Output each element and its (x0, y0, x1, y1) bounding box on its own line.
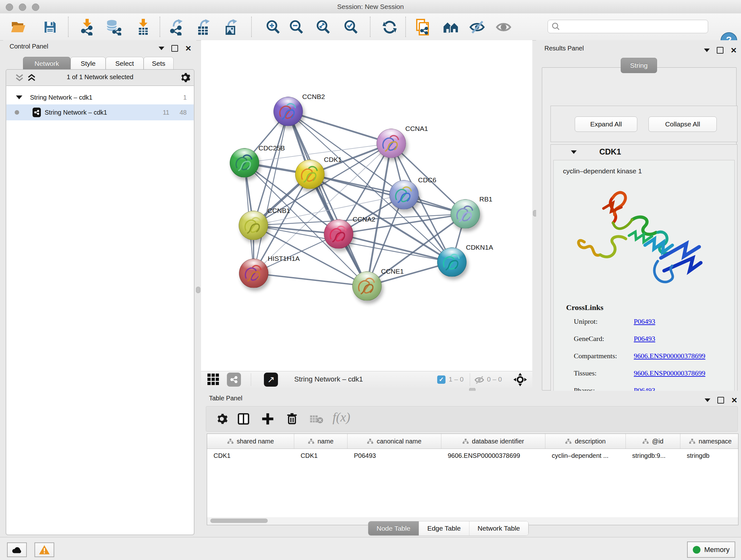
export-image-button[interactable] (223, 19, 239, 35)
network-node-ccnb1[interactable] (239, 211, 268, 240)
float-panel-icon[interactable] (158, 47, 164, 50)
tab-select[interactable]: Select (106, 57, 144, 70)
close-panel-icon[interactable]: ✕ (731, 48, 737, 53)
network-canvas[interactable]: CCNB2CCNA1CDC25BCDK1CDC6RB1CCNB1CCNA2CDK… (201, 40, 532, 371)
network-node-ccna1[interactable] (377, 129, 406, 158)
scrollbar-thumb[interactable] (210, 518, 268, 523)
protein-ribbon-thumbnail-icon (274, 97, 302, 126)
network-node-hist1h1a[interactable] (239, 259, 268, 288)
maximize-panel-icon[interactable] (717, 47, 724, 54)
column-header-sharedname[interactable]: shared name (207, 434, 294, 449)
refresh-button[interactable] (382, 19, 398, 35)
zoom-in-icon (266, 19, 281, 35)
table-cell[interactable]: stringdb (680, 452, 738, 459)
tab-edge-table[interactable]: Edge Table (419, 521, 469, 536)
network-node-ccna2[interactable] (324, 219, 353, 249)
search-input[interactable] (561, 23, 699, 30)
network-collection-row[interactable]: String Network – cdk1 1 (6, 90, 194, 105)
crosslink-link[interactable]: 9606.ENSP00000378699 (634, 352, 705, 360)
zoom-fit-button[interactable] (315, 19, 331, 35)
warning-button[interactable] (35, 543, 54, 557)
network-edge-hist1h1a-ccne1[interactable] (254, 273, 367, 286)
cloud-button[interactable] (7, 543, 27, 557)
network-edge-ccnb2-ccne1[interactable] (288, 111, 367, 286)
import-network-button[interactable] (79, 19, 95, 35)
table-gear-icon[interactable] (216, 413, 228, 425)
entry-expand-arrow-icon[interactable] (571, 150, 577, 154)
crosslink-link[interactable]: P06493 (634, 317, 655, 326)
tab-node-table[interactable]: Node Table (368, 521, 419, 536)
export-table-button[interactable] (195, 19, 211, 35)
tab-network-table[interactable]: Network Table (469, 521, 529, 536)
table-cell[interactable]: 9606.ENSP00000378699 (441, 452, 545, 459)
open-file-button[interactable] (10, 19, 26, 35)
network-node-cdkn1a[interactable] (437, 247, 467, 277)
network-edge-cdk1-rb1[interactable] (310, 174, 465, 214)
crosslink-link[interactable]: P06493 (634, 334, 655, 343)
zoom-in-button[interactable] (265, 19, 281, 35)
import-table-button[interactable] (135, 19, 151, 35)
close-panel-icon[interactable]: ✕ (185, 46, 192, 51)
float-panel-icon[interactable] (704, 398, 711, 402)
zoom-selected-button[interactable] (343, 19, 359, 35)
protein-entry-header[interactable]: CDK1 (551, 145, 737, 160)
delete-trash-icon[interactable] (285, 412, 299, 425)
add-column-icon[interactable] (237, 412, 250, 426)
column-header-canonicalname[interactable]: canonical name (347, 434, 441, 449)
clipboard-network-button[interactable] (414, 19, 430, 35)
network-node-rb1[interactable] (451, 199, 480, 229)
left-splitter-handle[interactable] (196, 287, 200, 293)
expand-all-button[interactable]: Expand All (575, 117, 637, 132)
network-node-cdk1[interactable] (295, 160, 325, 189)
hide-selected-button[interactable] (469, 19, 485, 35)
network-edge-ccnb2-ccna1[interactable] (288, 111, 391, 143)
tab-string[interactable]: String (621, 58, 657, 73)
network-node-ccnb2[interactable] (273, 97, 303, 126)
table-cell[interactable]: CDK1 (294, 452, 347, 459)
table-cell[interactable]: P06493 (347, 452, 441, 459)
first-neighbors-button[interactable] (443, 19, 459, 35)
gear-icon[interactable] (180, 72, 191, 83)
network-status-dot-icon (15, 110, 19, 115)
import-network-from-database-button[interactable] (105, 19, 121, 35)
export-network-button[interactable] (168, 19, 184, 35)
maximize-window-button[interactable] (32, 3, 39, 11)
hidden-eye-slash-icon[interactable] (474, 375, 485, 385)
tab-style[interactable]: Style (71, 57, 106, 70)
column-header-databaseidentifier[interactable]: database identifier (441, 434, 545, 449)
column-header-name[interactable]: name (294, 434, 347, 449)
network-node-cdc6[interactable] (389, 180, 419, 209)
float-panel-icon[interactable] (704, 49, 710, 52)
selected-checkbox-icon[interactable]: ✓ (437, 375, 446, 384)
tab-network[interactable]: Network (23, 57, 71, 70)
zoom-out-button[interactable] (288, 19, 305, 35)
fit-selection-crosshair-icon[interactable] (513, 373, 527, 387)
close-panel-icon[interactable]: ✕ (731, 397, 738, 403)
column-header-namespace[interactable]: namespace (680, 434, 738, 449)
network-node-cdc25b[interactable] (230, 148, 259, 178)
column-header-id[interactable]: @id (626, 434, 680, 449)
maximize-panel-icon[interactable] (718, 397, 724, 403)
node-label-ccna2: CCNA2 (353, 215, 375, 223)
network-row-selected[interactable]: String Network – cdk1 11 48 (6, 105, 194, 120)
string-view-badge-icon[interactable] (227, 373, 241, 387)
table-row[interactable]: CDK1CDK1P064939606.ENSP00000378699cyclin… (207, 449, 738, 462)
network-node-ccne1[interactable] (352, 271, 382, 301)
tab-sets[interactable]: Sets (144, 57, 174, 70)
birds-eye-grid-icon[interactable] (207, 374, 220, 386)
minimize-window-button[interactable] (19, 3, 26, 11)
column-header-description[interactable]: description (545, 434, 626, 449)
show-all-button[interactable] (495, 19, 512, 35)
close-window-button[interactable] (6, 3, 13, 11)
maximize-panel-icon[interactable] (172, 45, 178, 52)
collapse-all-button[interactable]: Collapse All (649, 117, 717, 132)
memory-button[interactable]: Memory (687, 542, 735, 558)
table-cell[interactable]: stringdb:9... (626, 452, 680, 459)
collection-expand-arrow-icon[interactable] (16, 96, 22, 99)
save-session-button[interactable] (42, 19, 58, 35)
table-cell[interactable]: cyclin–dependent ... (545, 452, 626, 459)
open-in-window-icon[interactable]: ↗ (264, 373, 278, 387)
crosslink-link[interactable]: 9606.ENSP00000378699 (634, 369, 705, 377)
table-cell[interactable]: CDK1 (207, 452, 294, 459)
create-row-plus-icon[interactable] (261, 412, 274, 426)
